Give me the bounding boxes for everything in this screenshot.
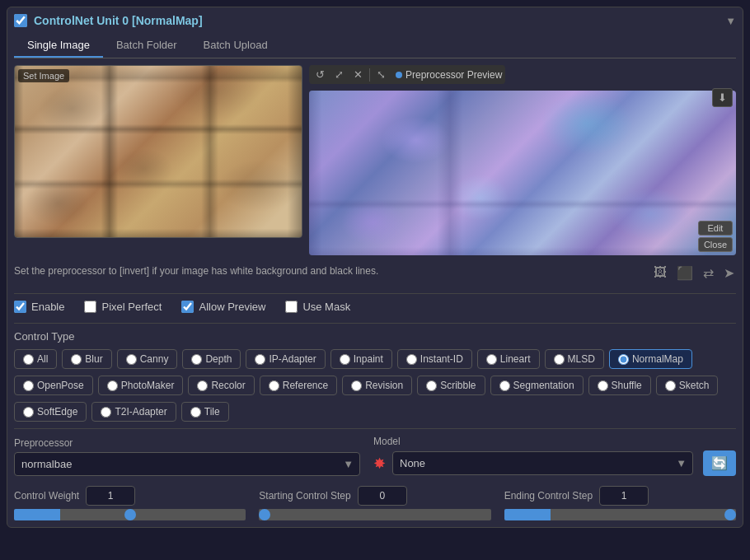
preprocessor-group: Preprocessor normalbae none invert ▼ <box>14 437 360 476</box>
preview-dot <box>396 72 402 78</box>
radio-recolor[interactable]: Recolor <box>188 376 254 395</box>
starting-step-group: Starting Control Step <box>259 486 490 520</box>
radio-openpose[interactable]: OpenPose <box>14 376 93 395</box>
radio-t2i-adapter[interactable]: T2I-Adapter <box>91 402 176 422</box>
radio-tile[interactable]: Tile <box>181 402 229 422</box>
radio-ip-adapter[interactable]: IP-Adapter <box>246 349 325 369</box>
preprocessor-model-row: Preprocessor normalbae none invert ▼ Mod… <box>14 436 736 476</box>
preview-close-btn[interactable]: ✕ <box>350 67 366 82</box>
allow-preview-label: Allow Preview <box>199 301 265 313</box>
starting-step-input[interactable] <box>358 486 407 506</box>
control-type-grid: All Blur Canny Depth IP-Adapter Inpaint … <box>14 349 736 369</box>
ending-step-label: Ending Control Step <box>504 490 593 502</box>
starting-step-header: Starting Control Step <box>259 486 490 506</box>
info-text: Set the preprocessor to [invert] if your… <box>14 262 378 280</box>
radio-revision[interactable]: Revision <box>342 376 412 395</box>
radio-canny[interactable]: Canny <box>117 349 178 369</box>
enable-option: Enable <box>14 301 64 313</box>
model-label: Model <box>373 436 736 447</box>
panel-title-area: ControlNet Unit 0 [NormalMap] <box>14 14 203 27</box>
radio-inpaint[interactable]: Inpaint <box>330 349 392 369</box>
radio-lineart[interactable]: Lineart <box>477 349 540 369</box>
toolbar-icon-4[interactable]: ➤ <box>722 264 736 282</box>
pixel-perfect-checkbox[interactable] <box>84 301 96 313</box>
ending-step-slider[interactable] <box>504 509 736 520</box>
model-select[interactable]: None <box>392 451 693 475</box>
divider-3 <box>14 428 736 429</box>
preprocessor-label: Preprocessor <box>14 437 360 449</box>
star-icon: ✸ <box>373 455 386 473</box>
divider-2 <box>14 323 736 324</box>
use-mask-option: Use Mask <box>285 301 350 313</box>
control-sliders-row: Control Weight Starting Control Step End… <box>14 486 736 520</box>
upload-label: Set Image <box>18 69 69 82</box>
use-mask-label: Use Mask <box>302 301 350 313</box>
radio-scribble[interactable]: Scribble <box>417 376 485 395</box>
preview-image-area <box>309 91 736 255</box>
radio-mlsd[interactable]: MLSD <box>545 349 604 369</box>
toolbar-icon-2[interactable]: ⬛ <box>675 264 695 282</box>
tabs-container: Single Image Batch Folder Batch Upload <box>14 34 736 58</box>
radio-reference[interactable]: Reference <box>260 376 337 395</box>
radio-photomaker[interactable]: PhotoMaker <box>98 376 184 395</box>
tab-batch-upload[interactable]: Batch Upload <box>190 34 281 58</box>
model-group: Model ✸ None ▼ 🔄 <box>373 436 736 476</box>
radio-instant-id[interactable]: Instant-ID <box>397 349 472 369</box>
panel-header: ControlNet Unit 0 [NormalMap] ▼ <box>14 14 736 27</box>
toolbar-icon-3[interactable]: ⇄ <box>701 264 715 282</box>
image-section: Set Image ↺ ⤢ ✕ ⤡ Preprocessor Preview <box>14 65 736 255</box>
source-image <box>15 66 302 237</box>
preview-controls: ↺ ⤢ ✕ ⤡ Preprocessor Preview <box>309 65 505 84</box>
preview-download-btn[interactable]: ⬇ <box>712 88 733 107</box>
close-btn[interactable]: Close <box>698 237 733 252</box>
preview-reset-btn[interactable]: ↺ <box>312 67 328 82</box>
use-mask-checkbox[interactable] <box>285 301 298 313</box>
radio-sketch[interactable]: Sketch <box>656 376 719 395</box>
model-refresh-btn[interactable]: 🔄 <box>703 450 736 476</box>
allow-preview-checkbox[interactable] <box>181 301 194 313</box>
options-row: Enable Pixel Perfect Allow Preview Use M… <box>14 301 736 313</box>
toolbar: 🖼 ⬛ ⇄ ➤ <box>652 264 736 282</box>
preview-section: ↺ ⤢ ✕ ⤡ Preprocessor Preview ⬇ Edit Clos… <box>309 65 736 255</box>
panel-collapse-icon[interactable]: ▼ <box>725 15 736 27</box>
control-type-grid-row2: OpenPose PhotoMaker Recolor Reference Re… <box>14 376 736 395</box>
control-weight-group: Control Weight <box>14 486 246 520</box>
info-toolbar-row: Set the preprocessor to [invert] if your… <box>14 262 736 287</box>
controlnet-panel: ControlNet Unit 0 [NormalMap] ▼ Single I… <box>7 7 743 528</box>
radio-segmentation[interactable]: Segmentation <box>490 376 584 395</box>
enable-label: Enable <box>31 301 64 313</box>
radio-depth[interactable]: Depth <box>182 349 241 369</box>
control-type-label: Control Type <box>14 330 736 343</box>
radio-normalmap[interactable]: NormalMap <box>609 349 692 369</box>
preview-label-text: Preprocessor Preview <box>405 69 502 81</box>
pixel-perfect-option: Pixel Perfect <box>84 301 162 313</box>
model-select-wrapper: None ▼ <box>392 451 693 475</box>
preprocessor-select[interactable]: normalbae none invert <box>14 452 360 476</box>
control-weight-header: Control Weight <box>14 486 246 506</box>
radio-blur[interactable]: Blur <box>62 349 111 369</box>
radio-softedge[interactable]: SoftEdge <box>14 402 87 422</box>
panel-enable-checkbox[interactable] <box>14 14 27 27</box>
tab-batch-folder[interactable]: Batch Folder <box>103 34 190 58</box>
model-row: ✸ None ▼ 🔄 <box>373 450 736 476</box>
preview-expand-btn[interactable]: ⤡ <box>373 67 389 82</box>
starting-step-label: Starting Control Step <box>259 490 350 502</box>
control-type-grid-row3: SoftEdge T2I-Adapter Tile <box>14 402 736 422</box>
preview-flip-btn[interactable]: ⤢ <box>331 67 347 82</box>
normal-map-image <box>309 91 736 255</box>
enable-checkbox[interactable] <box>14 301 26 313</box>
starting-step-slider[interactable] <box>259 509 490 520</box>
source-image-area[interactable]: Set Image <box>14 65 302 238</box>
ending-step-input[interactable] <box>599 486 649 506</box>
control-weight-slider[interactable] <box>14 509 246 520</box>
control-weight-input[interactable] <box>86 486 135 506</box>
tab-single-image[interactable]: Single Image <box>14 34 103 58</box>
allow-preview-option: Allow Preview <box>181 301 265 313</box>
edit-btn[interactable]: Edit <box>698 221 733 236</box>
divider-1 <box>14 293 736 294</box>
radio-shuffle[interactable]: Shuffle <box>588 376 651 395</box>
pixel-perfect-label: Pixel Perfect <box>101 301 162 313</box>
toolbar-icon-1[interactable]: 🖼 <box>652 264 668 282</box>
edit-close-buttons: Edit Close <box>698 221 733 252</box>
radio-all[interactable]: All <box>14 349 57 369</box>
